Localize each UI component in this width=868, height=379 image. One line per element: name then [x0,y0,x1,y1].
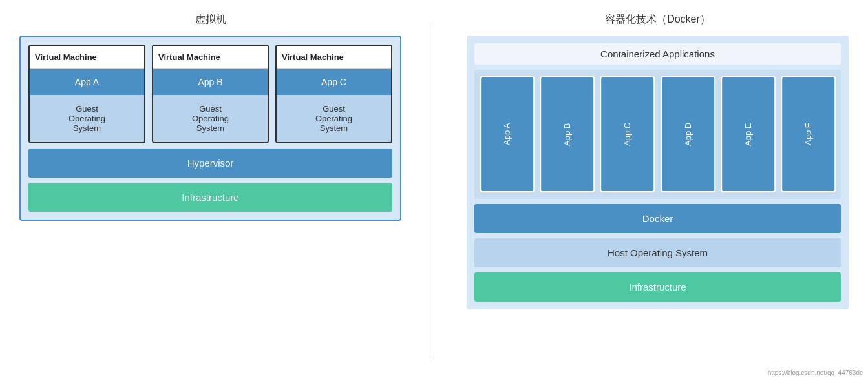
docker-infrastructure: Infrastructure [474,272,841,302]
docker-app-b: App B [540,76,595,192]
vm-infrastructure: Infrastructure [28,183,392,212]
watermark: https://blog.csdn.net/qq_44763dc [768,369,863,376]
section-divider [434,22,434,358]
docker-app-d: App D [661,76,715,192]
vm1-guestos: GuestOperatingSystem [30,95,144,142]
docker-section: 容器化技术（Docker） Containerized Applications… [467,13,849,309]
docker-app-a: App A [480,76,535,192]
vm-box-2: Virtual Machine App B GuestOperatingSyst… [152,45,269,143]
vm3-guestos: GuestOperatingSystem [277,95,391,142]
vm3-header: Virtual Machine [277,46,391,69]
docker-engine: Docker [474,204,841,233]
vm2-app: App B [153,69,268,95]
vm-container: Virtual Machine App A GuestOperatingSyst… [19,36,401,221]
vm-box-1: Virtual Machine App A GuestOperatingSyst… [28,45,145,143]
vm-hypervisor: Hypervisor [28,149,392,178]
docker-title: 容器化技术（Docker） [605,13,710,26]
docker-app-e: App E [721,76,776,192]
vm1-app: App A [30,69,144,95]
vm3-app: App C [277,69,391,95]
docker-apps-row: App A App B App C App D App E App F [474,70,841,199]
vm-boxes-row: Virtual Machine App A GuestOperatingSyst… [28,45,392,143]
vm-title: 虚拟机 [195,13,226,26]
vm-box-3: Virtual Machine App C GuestOperatingSyst… [275,45,392,143]
docker-container: Containerized Applications App A App B A… [467,36,849,309]
vm-section: 虚拟机 Virtual Machine App A GuestOperating… [19,13,401,221]
containerized-label: Containerized Applications [474,43,841,65]
vm2-guestos: GuestOperatingSystem [153,95,268,142]
vm2-header: Virtual Machine [153,46,268,69]
docker-app-f: App F [781,76,836,192]
docker-host-os: Host Operating System [474,238,841,267]
docker-app-c: App C [600,76,655,192]
vm1-header: Virtual Machine [30,46,144,69]
page-wrapper: 虚拟机 Virtual Machine App A GuestOperating… [0,0,868,379]
